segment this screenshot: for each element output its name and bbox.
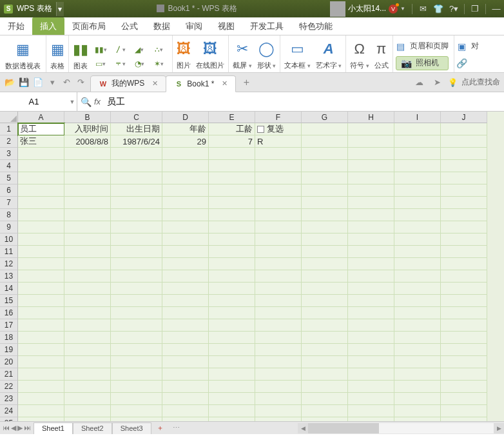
cell-C2[interactable]: 1987/6/24 bbox=[111, 135, 162, 148]
cell-C15[interactable] bbox=[111, 295, 162, 307]
sheet-tab-Sheet1[interactable]: Sheet1 bbox=[34, 422, 73, 434]
cell-A7[interactable] bbox=[18, 197, 64, 209]
cell-J15[interactable] bbox=[441, 295, 487, 307]
row-header-15[interactable]: 15 bbox=[0, 295, 18, 307]
col-header-B[interactable]: B bbox=[64, 112, 111, 123]
cell-F5[interactable] bbox=[255, 172, 302, 184]
cell-A9[interactable] bbox=[18, 221, 64, 233]
share-icon[interactable]: ➤ bbox=[430, 75, 444, 90]
cell-H5[interactable] bbox=[348, 172, 394, 184]
cell-B18[interactable] bbox=[64, 332, 111, 344]
cell-E10[interactable] bbox=[209, 233, 255, 246]
cell-B13[interactable] bbox=[64, 270, 111, 283]
cell-C5[interactable] bbox=[111, 172, 162, 184]
cell-G20[interactable] bbox=[302, 356, 348, 368]
cell-A8[interactable] bbox=[18, 209, 64, 221]
cell-D7[interactable] bbox=[162, 197, 209, 209]
cell-J4[interactable] bbox=[441, 160, 487, 172]
redo-icon[interactable]: ↷ bbox=[73, 75, 88, 90]
cell-I5[interactable] bbox=[394, 172, 441, 184]
zoom-formula-icon[interactable]: 🔍 bbox=[77, 97, 94, 107]
cell-B10[interactable] bbox=[64, 233, 111, 246]
row-header-7[interactable]: 7 bbox=[0, 197, 18, 209]
hyperlink-button[interactable]: 🔗 bbox=[457, 56, 479, 70]
row-headers[interactable]: 1234567891011121314151617181920212223242… bbox=[0, 123, 18, 434]
cell-G22[interactable] bbox=[302, 381, 348, 393]
undo-icon[interactable]: ↶ bbox=[59, 75, 73, 90]
col-header-I[interactable]: I bbox=[394, 112, 441, 123]
cell-F6[interactable] bbox=[255, 184, 302, 197]
wordart-button[interactable]: A 艺术字 bbox=[316, 39, 342, 70]
cell-F1[interactable]: 复选 bbox=[255, 123, 302, 135]
cell-B14[interactable] bbox=[64, 283, 111, 295]
search-commands[interactable]: 点此查找命 bbox=[461, 77, 500, 88]
cell-D4[interactable] bbox=[162, 160, 209, 172]
open-icon[interactable]: 📂 bbox=[3, 75, 17, 90]
cell-D13[interactable] bbox=[162, 270, 209, 283]
sheet-tab-Sheet3[interactable]: Sheet3 bbox=[112, 422, 151, 434]
cell-E24[interactable] bbox=[209, 405, 255, 417]
minimize-icon[interactable]: — bbox=[491, 4, 501, 14]
cell-J13[interactable] bbox=[441, 270, 487, 283]
cell-A19[interactable] bbox=[18, 344, 64, 356]
cell-J12[interactable] bbox=[441, 258, 487, 270]
cell-I13[interactable] bbox=[394, 270, 441, 283]
cell-J19[interactable] bbox=[441, 344, 487, 356]
cell-A4[interactable] bbox=[18, 160, 64, 172]
cell-D22[interactable] bbox=[162, 381, 209, 393]
row-header-10[interactable]: 10 bbox=[0, 233, 18, 246]
screenshot-button[interactable]: ✂ 截屏 bbox=[233, 39, 252, 70]
table-button[interactable]: ▦ 表格 bbox=[46, 35, 69, 72]
cell-H4[interactable] bbox=[348, 160, 394, 172]
formula-input[interactable] bbox=[101, 92, 504, 111]
line-chart-icon[interactable]: 〳 bbox=[111, 44, 128, 55]
row-header-4[interactable]: 4 bbox=[0, 160, 18, 172]
cell-E16[interactable] bbox=[209, 307, 255, 319]
row-header-6[interactable]: 6 bbox=[0, 184, 18, 197]
cell-I6[interactable] bbox=[394, 184, 441, 197]
cell-D16[interactable] bbox=[162, 307, 209, 319]
row-header-2[interactable]: 2 bbox=[0, 135, 18, 148]
cell-B2[interactable]: 2008/8/8 bbox=[64, 135, 111, 148]
cell-G16[interactable] bbox=[302, 307, 348, 319]
cell-A22[interactable] bbox=[18, 381, 64, 393]
cell-E4[interactable] bbox=[209, 160, 255, 172]
cell-F22[interactable] bbox=[255, 381, 302, 393]
cell-E11[interactable] bbox=[209, 246, 255, 258]
row-header-13[interactable]: 13 bbox=[0, 270, 18, 283]
cell-E22[interactable] bbox=[209, 381, 255, 393]
add-sheet-button[interactable]: ＋ bbox=[151, 423, 169, 433]
horizontal-scrollbar[interactable]: ◀▶ bbox=[298, 423, 504, 433]
cell-H3[interactable] bbox=[348, 148, 394, 160]
cell-C18[interactable] bbox=[111, 332, 162, 344]
cell-B20[interactable] bbox=[64, 356, 111, 368]
cell-C13[interactable] bbox=[111, 270, 162, 283]
column-headers[interactable]: ABCDEFGHIJ bbox=[18, 112, 487, 123]
cell-A16[interactable] bbox=[18, 307, 64, 319]
cell-F2[interactable]: R bbox=[255, 135, 302, 148]
cell-G12[interactable] bbox=[302, 258, 348, 270]
row-header-3[interactable]: 3 bbox=[0, 148, 18, 160]
user-name[interactable]: 小太阳14... bbox=[348, 3, 386, 14]
cell-A5[interactable] bbox=[18, 172, 64, 184]
cell-I24[interactable] bbox=[394, 405, 441, 417]
cell-F19[interactable] bbox=[255, 344, 302, 356]
cell-A15[interactable] bbox=[18, 295, 64, 307]
cell-A12[interactable] bbox=[18, 258, 64, 270]
col-header-A[interactable]: A bbox=[18, 112, 64, 123]
cell-E9[interactable] bbox=[209, 221, 255, 233]
menu-tab-开始[interactable]: 开始 bbox=[0, 17, 32, 35]
cell-I20[interactable] bbox=[394, 356, 441, 368]
chart-button[interactable]: ▮▮ 图表 bbox=[73, 39, 88, 71]
cell-G11[interactable] bbox=[302, 246, 348, 258]
cell-I9[interactable] bbox=[394, 221, 441, 233]
cell-G6[interactable] bbox=[302, 184, 348, 197]
camera-button[interactable]: 📷照相机 bbox=[396, 56, 449, 70]
cell-H23[interactable] bbox=[348, 393, 394, 405]
cell-H15[interactable] bbox=[348, 295, 394, 307]
cell-C6[interactable] bbox=[111, 184, 162, 197]
vip-badge-icon[interactable]: V bbox=[389, 5, 398, 14]
cell-J22[interactable] bbox=[441, 381, 487, 393]
cell-H17[interactable] bbox=[348, 319, 394, 332]
cell-J1[interactable] bbox=[441, 123, 487, 135]
